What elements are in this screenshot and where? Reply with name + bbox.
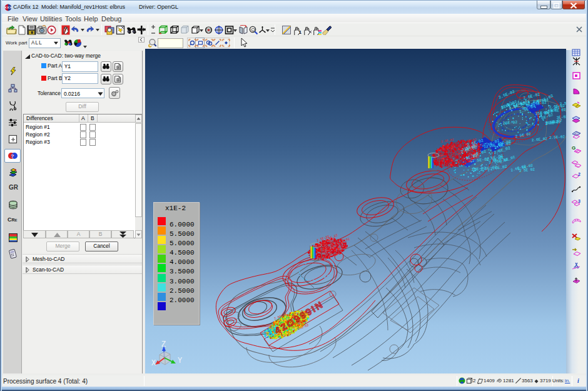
svg-text:Q: Q (251, 27, 255, 33)
svg-text:?: ? (11, 153, 14, 159)
svg-text:G: G (572, 145, 575, 151)
svg-text:X: X (151, 359, 156, 368)
svg-text:2.5E-02: 2.5E-02 (559, 100, 566, 106)
svg-text:3E-02: 3E-02 (556, 114, 566, 120)
svg-text:3: 3 (578, 199, 580, 203)
svg-text:2.6E_02: 2.6E_02 (531, 136, 547, 143)
svg-text:Y: Y (178, 357, 182, 365)
svg-text:2: 2 (578, 172, 580, 176)
svg-text:1: 1 (299, 30, 302, 34)
svg-text:2 5E 02: 2 5E 02 (515, 132, 531, 139)
svg-text:2.5E-02: 2.5E-02 (549, 135, 565, 140)
